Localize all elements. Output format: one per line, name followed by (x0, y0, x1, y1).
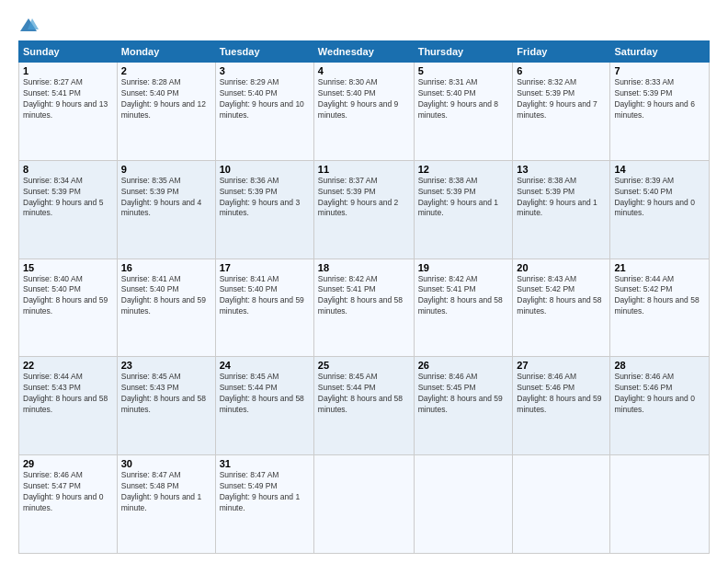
calendar-day-25: 25Sunrise: 8:45 AMSunset: 5:44 PMDayligh… (313, 357, 414, 455)
day-number: 1 (23, 65, 113, 76)
day-info: Sunrise: 8:27 AMSunset: 5:41 PMDaylight:… (23, 77, 113, 121)
day-number: 14 (614, 164, 705, 175)
day-info: Sunrise: 8:46 AMSunset: 5:46 PMDaylight:… (517, 372, 606, 416)
calendar-week-2: 8Sunrise: 8:34 AMSunset: 5:39 PMDaylight… (19, 160, 710, 259)
day-number: 23 (121, 360, 211, 371)
day-info: Sunrise: 8:45 AMSunset: 5:43 PMDaylight:… (121, 372, 211, 416)
calendar-day-24: 24Sunrise: 8:45 AMSunset: 5:44 PMDayligh… (215, 357, 313, 455)
calendar-day-empty (610, 455, 710, 554)
page: SundayMondayTuesdayWednesdayThursdayFrid… (0, 0, 728, 563)
calendar-day-8: 8Sunrise: 8:34 AMSunset: 5:39 PMDaylight… (19, 160, 118, 259)
day-header-monday: Monday (117, 41, 215, 63)
calendar-week-4: 22Sunrise: 8:44 AMSunset: 5:43 PMDayligh… (19, 357, 710, 455)
calendar-week-1: 1Sunrise: 8:27 AMSunset: 5:41 PMDaylight… (19, 63, 710, 161)
calendar-day-26: 26Sunrise: 8:46 AMSunset: 5:45 PMDayligh… (414, 357, 513, 455)
calendar-day-12: 12Sunrise: 8:38 AMSunset: 5:39 PMDayligh… (414, 160, 513, 259)
calendar-day-29: 29Sunrise: 8:46 AMSunset: 5:47 PMDayligh… (19, 455, 118, 554)
calendar-day-28: 28Sunrise: 8:46 AMSunset: 5:46 PMDayligh… (610, 357, 710, 455)
day-number: 19 (418, 262, 509, 273)
day-info: Sunrise: 8:36 AMSunset: 5:39 PMDaylight:… (220, 176, 310, 220)
calendar-day-15: 15Sunrise: 8:40 AMSunset: 5:40 PMDayligh… (19, 259, 118, 357)
calendar-week-5: 29Sunrise: 8:46 AMSunset: 5:47 PMDayligh… (19, 455, 710, 554)
day-info: Sunrise: 8:45 AMSunset: 5:44 PMDaylight:… (318, 372, 410, 416)
day-number: 6 (517, 65, 606, 76)
day-header-thursday: Thursday (414, 41, 513, 63)
day-number: 20 (517, 262, 606, 273)
calendar-day-17: 17Sunrise: 8:41 AMSunset: 5:40 PMDayligh… (215, 259, 313, 357)
day-number: 2 (121, 65, 211, 76)
day-info: Sunrise: 8:46 AMSunset: 5:45 PMDaylight:… (418, 372, 509, 416)
day-number: 13 (517, 164, 606, 175)
day-number: 5 (418, 65, 509, 76)
logo (18, 17, 40, 35)
day-info: Sunrise: 8:38 AMSunset: 5:39 PMDaylight:… (418, 176, 509, 220)
day-info: Sunrise: 8:43 AMSunset: 5:42 PMDaylight:… (517, 274, 606, 318)
day-number: 10 (220, 164, 310, 175)
day-info: Sunrise: 8:46 AMSunset: 5:47 PMDaylight:… (23, 470, 113, 514)
day-info: Sunrise: 8:42 AMSunset: 5:41 PMDaylight:… (318, 274, 410, 318)
day-number: 3 (220, 65, 310, 76)
day-number: 17 (220, 262, 310, 273)
day-info: Sunrise: 8:31 AMSunset: 5:40 PMDaylight:… (418, 77, 509, 121)
day-info: Sunrise: 8:34 AMSunset: 5:39 PMDaylight:… (23, 176, 113, 220)
day-number: 21 (614, 262, 705, 273)
calendar-day-14: 14Sunrise: 8:39 AMSunset: 5:40 PMDayligh… (610, 160, 710, 259)
day-number: 26 (418, 360, 509, 371)
calendar-day-16: 16Sunrise: 8:41 AMSunset: 5:40 PMDayligh… (117, 259, 215, 357)
day-info: Sunrise: 8:35 AMSunset: 5:39 PMDaylight:… (121, 176, 211, 220)
day-number: 31 (220, 458, 310, 469)
calendar-day-10: 10Sunrise: 8:36 AMSunset: 5:39 PMDayligh… (215, 160, 313, 259)
day-info: Sunrise: 8:44 AMSunset: 5:42 PMDaylight:… (614, 274, 705, 318)
day-number: 30 (121, 458, 211, 469)
day-number: 7 (614, 65, 705, 76)
calendar-day-31: 31Sunrise: 8:47 AMSunset: 5:49 PMDayligh… (215, 455, 313, 554)
day-number: 24 (220, 360, 310, 371)
day-number: 29 (23, 458, 113, 469)
header (18, 17, 710, 35)
calendar-day-23: 23Sunrise: 8:45 AMSunset: 5:43 PMDayligh… (117, 357, 215, 455)
day-number: 4 (318, 65, 410, 76)
day-number: 15 (23, 262, 113, 273)
day-info: Sunrise: 8:45 AMSunset: 5:44 PMDaylight:… (220, 372, 310, 416)
calendar-day-9: 9Sunrise: 8:35 AMSunset: 5:39 PMDaylight… (117, 160, 215, 259)
logo-icon (18, 17, 39, 35)
calendar-day-6: 6Sunrise: 8:32 AMSunset: 5:39 PMDaylight… (513, 63, 610, 161)
day-number: 16 (121, 262, 211, 273)
calendar-day-5: 5Sunrise: 8:31 AMSunset: 5:40 PMDaylight… (414, 63, 513, 161)
calendar-day-4: 4Sunrise: 8:30 AMSunset: 5:40 PMDaylight… (313, 63, 414, 161)
day-info: Sunrise: 8:46 AMSunset: 5:46 PMDaylight:… (614, 372, 705, 416)
day-number: 28 (614, 360, 705, 371)
calendar-day-7: 7Sunrise: 8:33 AMSunset: 5:39 PMDaylight… (610, 63, 710, 161)
calendar-day-30: 30Sunrise: 8:47 AMSunset: 5:48 PMDayligh… (117, 455, 215, 554)
calendar-day-empty (513, 455, 610, 554)
day-number: 9 (121, 164, 211, 175)
calendar-day-11: 11Sunrise: 8:37 AMSunset: 5:39 PMDayligh… (313, 160, 414, 259)
day-header-friday: Friday (513, 41, 610, 63)
day-number: 12 (418, 164, 509, 175)
day-number: 18 (318, 262, 410, 273)
day-number: 27 (517, 360, 606, 371)
calendar-day-21: 21Sunrise: 8:44 AMSunset: 5:42 PMDayligh… (610, 259, 710, 357)
calendar-day-empty (313, 455, 414, 554)
day-info: Sunrise: 8:29 AMSunset: 5:40 PMDaylight:… (220, 77, 310, 121)
day-number: 8 (23, 164, 113, 175)
calendar-day-1: 1Sunrise: 8:27 AMSunset: 5:41 PMDaylight… (19, 63, 118, 161)
day-info: Sunrise: 8:47 AMSunset: 5:48 PMDaylight:… (121, 470, 211, 514)
day-header-wednesday: Wednesday (313, 41, 414, 63)
day-number: 11 (318, 164, 410, 175)
calendar-day-20: 20Sunrise: 8:43 AMSunset: 5:42 PMDayligh… (513, 259, 610, 357)
day-info: Sunrise: 8:41 AMSunset: 5:40 PMDaylight:… (220, 274, 310, 318)
calendar-day-empty (414, 455, 513, 554)
day-number: 25 (318, 360, 410, 371)
day-info: Sunrise: 8:33 AMSunset: 5:39 PMDaylight:… (614, 77, 705, 121)
day-header-sunday: Sunday (19, 41, 118, 63)
day-info: Sunrise: 8:38 AMSunset: 5:39 PMDaylight:… (517, 176, 606, 220)
day-info: Sunrise: 8:40 AMSunset: 5:40 PMDaylight:… (23, 274, 113, 318)
day-header-tuesday: Tuesday (215, 41, 313, 63)
calendar-day-27: 27Sunrise: 8:46 AMSunset: 5:46 PMDayligh… (513, 357, 610, 455)
day-info: Sunrise: 8:39 AMSunset: 5:40 PMDaylight:… (614, 176, 705, 220)
calendar-day-13: 13Sunrise: 8:38 AMSunset: 5:39 PMDayligh… (513, 160, 610, 259)
calendar-week-3: 15Sunrise: 8:40 AMSunset: 5:40 PMDayligh… (19, 259, 710, 357)
calendar-day-2: 2Sunrise: 8:28 AMSunset: 5:40 PMDaylight… (117, 63, 215, 161)
day-info: Sunrise: 8:37 AMSunset: 5:39 PMDaylight:… (318, 176, 410, 220)
